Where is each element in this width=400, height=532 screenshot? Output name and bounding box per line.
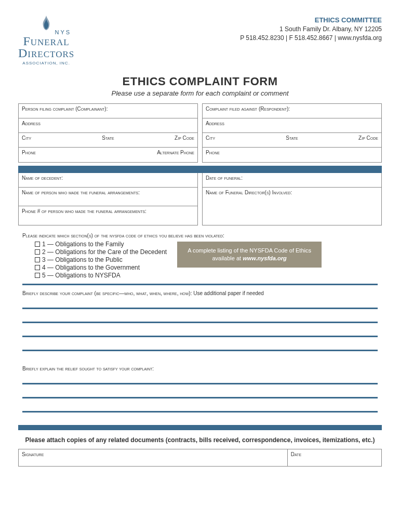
title-block: ETHICS COMPLAINT FORM Please use a separ… (18, 75, 382, 97)
complainant-phone-field[interactable]: Phone (19, 148, 108, 162)
funeral-info-section: Name of decedent: Name of person who mad… (18, 173, 382, 225)
complainant-state-field[interactable]: State (78, 133, 138, 147)
violations-label: Please indicate which section(s) of the … (22, 233, 378, 238)
write-line[interactable] (22, 350, 378, 351)
respondent-column: Complaint filed against (Respondent): Ad… (202, 103, 382, 163)
committee-label: ETHICS COMMITTEE (240, 16, 382, 25)
funeral-date-field[interactable]: Date of funeral: (203, 173, 381, 188)
complainant-address-field[interactable]: Address (19, 118, 197, 133)
violation-option-5[interactable]: 5 — Obligations to NYSFDA (35, 272, 167, 279)
complainant-zip-field[interactable]: Zip Code (138, 133, 197, 147)
address-line: 1 South Family Dr. Albany, NY 12205 (240, 25, 382, 34)
logo-sub: ASSOCIATION, INC. (22, 61, 70, 65)
write-line[interactable] (22, 411, 378, 413)
funeral-column: Date of funeral: Name of Funeral Directo… (202, 173, 382, 225)
respondent-phone-field[interactable]: Phone (203, 148, 381, 162)
complainant-alt-phone-field[interactable]: Alternate Phone (108, 148, 197, 162)
decedent-column: Name of decedent: Name of person who mad… (18, 173, 198, 225)
arranger-phone-field[interactable]: Phone # of person who made the funeral a… (19, 206, 197, 225)
respondent-field[interactable]: Complaint filed against (Respondent): (203, 104, 381, 118)
respondent-address-field[interactable]: Address (203, 118, 381, 133)
logo: NYS Funeral Directors ASSOCIATION, INC. (18, 16, 74, 65)
checkbox-icon[interactable] (35, 257, 40, 262)
complainant-phone-row[interactable]: Phone Alternate Phone (19, 148, 197, 162)
decedent-field[interactable]: Name of decedent: (19, 173, 197, 188)
violation-option-1[interactable]: 1 — Obligations to the Family (35, 241, 167, 248)
describe-lines[interactable] (18, 298, 382, 351)
write-line[interactable] (22, 397, 378, 398)
write-line[interactable] (22, 322, 378, 323)
date-field[interactable]: Date (288, 449, 381, 466)
describe-label: Briefly describe your complaint (be spec… (18, 288, 382, 298)
signature-field[interactable]: Signature (19, 449, 288, 466)
complainant-field[interactable]: Person filing complaint (Complainant): (19, 104, 197, 118)
complainant-city-row[interactable]: City State Zip Code (19, 133, 197, 148)
code-ref-line1: A complete listing of the NYSFDA Code of… (188, 247, 311, 255)
form-subtitle: Please use a separate form for each comp… (18, 89, 382, 97)
signature-row: Signature Date (18, 449, 382, 467)
write-line[interactable] (22, 308, 378, 309)
violation-option-3[interactable]: 3 — Obligations to the Public (35, 256, 167, 263)
violations-section: Please indicate which section(s) of the … (18, 233, 382, 280)
header: NYS Funeral Directors ASSOCIATION, INC. … (18, 16, 382, 65)
code-ref-line2: available at www.nysfda.org (188, 255, 311, 262)
complainant-city-field[interactable]: City (19, 133, 78, 147)
header-right: ETHICS COMMITTEE 1 South Family Dr. Alba… (240, 16, 382, 43)
relief-lines[interactable] (18, 374, 382, 413)
checkbox-icon[interactable] (35, 242, 40, 247)
checkbox-icon[interactable] (35, 249, 40, 255)
write-line[interactable] (22, 383, 378, 384)
code-reference-box: A complete listing of the NYSFDA Code of… (177, 242, 322, 268)
write-line[interactable] (22, 336, 378, 337)
contact-line: P 518.452.8230 | F 518.452.8667 | www.ny… (240, 34, 382, 43)
respondent-zip-field[interactable]: Zip Code (322, 133, 381, 147)
logo-main: Funeral Directors (18, 35, 74, 59)
violations-checklist: 1 — Obligations to the Family 2 — Obliga… (22, 241, 167, 280)
relief-label: Briefly explain the relief sought to sat… (18, 364, 382, 374)
divider-bar (18, 166, 382, 173)
violation-option-4[interactable]: 4 — Obligations to the Government (35, 264, 167, 271)
violation-option-2[interactable]: 2 — Obligations for the Care of the Dece… (35, 248, 167, 256)
footer-bar (18, 425, 382, 430)
checkbox-icon[interactable] (35, 273, 40, 278)
respondent-state-field[interactable]: State (262, 133, 322, 147)
arranger-name-field[interactable]: Name of person who made the funeral arra… (19, 188, 197, 206)
attach-note: Please attach copies of any related docu… (18, 433, 382, 449)
complainant-column: Person filing complaint (Complainant): A… (18, 103, 198, 163)
party-info-section: Person filing complaint (Complainant): A… (18, 103, 382, 163)
respondent-city-field[interactable]: City (203, 133, 262, 147)
form-title: ETHICS COMPLAINT FORM (18, 75, 382, 88)
separator-line (22, 284, 378, 285)
checkbox-icon[interactable] (35, 265, 40, 270)
respondent-city-row[interactable]: City State Zip Code (203, 133, 381, 148)
director-field[interactable]: Name of Funeral Director(s) Involved: (203, 188, 381, 225)
